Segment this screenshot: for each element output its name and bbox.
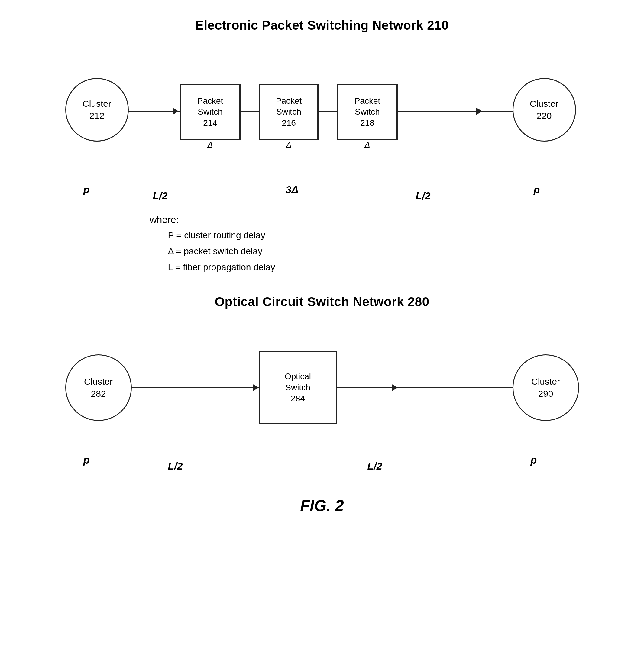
switch-214-label: Packet Switch 214 <box>197 95 223 129</box>
bottom-cluster-right-num: 290 <box>538 389 553 399</box>
optical-switch-label: Optical Switch 284 <box>285 371 311 404</box>
switch-216-label: Packet Switch 216 <box>276 95 302 129</box>
legend-item-1: Δ = packet switch delay <box>168 244 579 258</box>
switch-218: Packet Switch 218 Δ <box>337 84 398 140</box>
bottom-label-l2-left: L/2 <box>168 460 183 472</box>
optical-switch-284: Optical Switch 284 <box>259 351 337 424</box>
bottom-label-l2-right: L/2 <box>367 460 382 472</box>
bottom-label-p-right: p <box>531 454 537 466</box>
legend-section: where: P = cluster routing delay Δ = pac… <box>65 214 579 277</box>
cluster-left: Cluster 212 <box>65 78 129 141</box>
arrow-to-right-cluster <box>476 108 482 115</box>
switch-214-vtick <box>239 85 240 139</box>
legend-where: where: <box>150 214 579 225</box>
switch-218-vtick <box>396 85 397 139</box>
switch-216-vtick <box>317 85 318 139</box>
label-p-left: p <box>84 184 90 196</box>
bottom-arrow-out <box>392 384 398 391</box>
bottom-cluster-left: Cluster 282 <box>65 354 132 421</box>
bottom-diagram-area: Cluster 282 Optical Switch 284 Cluster 2… <box>65 327 579 448</box>
legend-item-2: L = fiber propagation delay <box>168 260 579 274</box>
fig-label: FIG. 2 <box>300 497 344 515</box>
switch-218-label: Packet Switch 218 <box>354 95 381 129</box>
switch-216-delta: Δ <box>286 140 292 150</box>
bottom-arrow-to-sw <box>253 384 259 391</box>
bottom-label-p-left: p <box>84 454 90 466</box>
label-p-right: p <box>534 184 540 196</box>
top-diagram-area: Cluster 212 Packet Switch 214 Δ Packet S… <box>65 51 579 178</box>
cluster-left-num: 212 <box>89 111 104 121</box>
label-3delta: 3Δ <box>286 184 299 196</box>
switch-216: Packet Switch 216 Δ <box>259 84 319 140</box>
bottom-cluster-left-label: Cluster <box>84 376 113 387</box>
cluster-left-label: Cluster <box>83 98 111 109</box>
legend-item-0: P = cluster routing delay <box>168 228 579 242</box>
cluster-right-num: 220 <box>536 111 552 121</box>
switch-214-delta: Δ <box>207 140 213 150</box>
label-l2-right: L/2 <box>416 190 431 202</box>
cluster-right: Cluster 220 <box>512 78 576 141</box>
top-diagram-title: Electronic Packet Switching Network 210 <box>195 18 449 32</box>
cluster-right-label: Cluster <box>530 98 558 109</box>
bottom-cluster-right: Cluster 290 <box>512 354 579 421</box>
bottom-diagram-labels: p L/2 L/2 p <box>65 454 579 478</box>
arrow-to-sw1 <box>172 108 179 115</box>
page-container: Electronic Packet Switching Network 210 … <box>0 0 644 658</box>
switch-218-delta: Δ <box>365 140 370 150</box>
switch-214: Packet Switch 214 Δ <box>180 84 240 140</box>
bottom-cluster-left-num: 282 <box>91 389 106 399</box>
label-l2-left: L/2 <box>153 190 168 202</box>
bottom-diagram-title: Optical Circuit Switch Network 280 <box>214 294 429 309</box>
main-hline <box>117 111 531 112</box>
top-diagram-labels: p L/2 3Δ L/2 p <box>65 184 579 208</box>
bottom-cluster-right-label: Cluster <box>531 376 560 387</box>
